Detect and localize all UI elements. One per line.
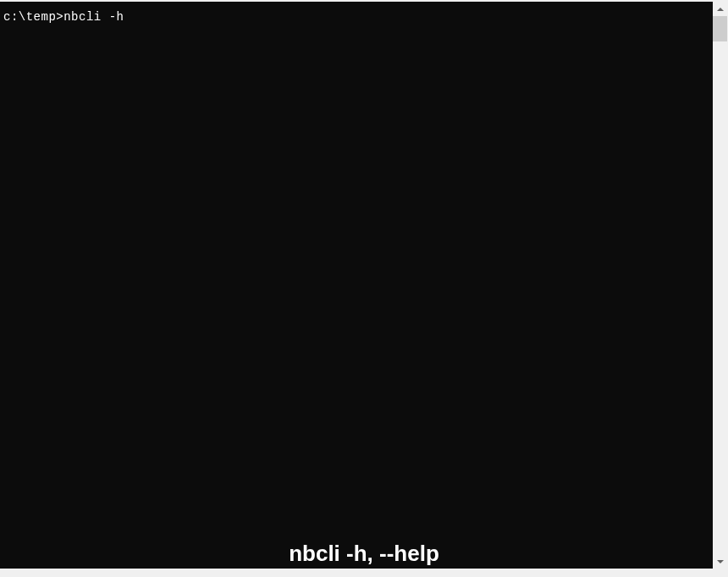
scroll-thumb[interactable] (713, 16, 727, 41)
vertical-scrollbar[interactable] (713, 2, 727, 569)
scroll-track[interactable] (713, 16, 727, 554)
caption-overlay: nbcli -h, --help (0, 541, 728, 567)
terminal-command: nbcli -h (63, 10, 124, 24)
terminal-prompt: c:\temp> (3, 10, 63, 24)
terminal-window[interactable]: c:\temp>nbcli -h (0, 2, 713, 569)
terminal-command-line: c:\temp>nbcli -h (0, 2, 713, 24)
svg-marker-0 (717, 8, 724, 11)
scroll-up-arrow-icon[interactable] (713, 2, 727, 16)
